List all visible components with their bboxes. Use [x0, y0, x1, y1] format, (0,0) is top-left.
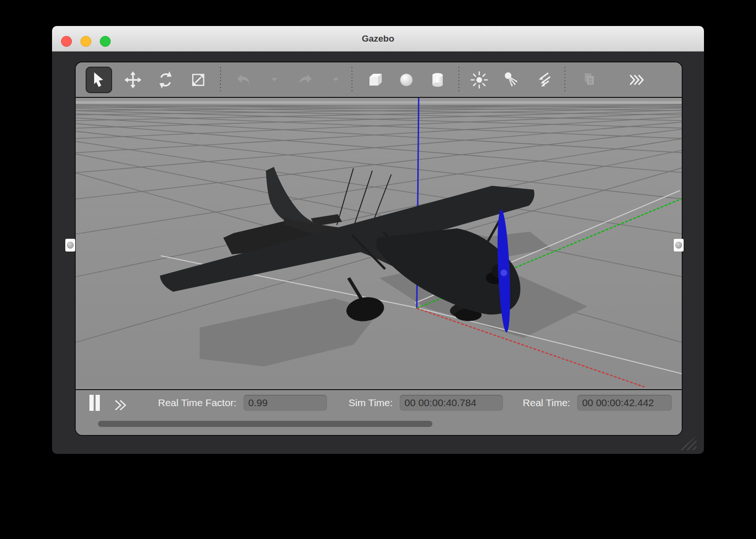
statusbar: Real Time Factor: 0.99 Sim Time: 00 00:0… — [76, 390, 682, 416]
rotate-tool-button[interactable] — [152, 67, 179, 93]
point-light-button[interactable] — [466, 67, 492, 93]
spotlight-icon — [501, 70, 521, 90]
toolbar — [76, 62, 682, 97]
directional-light-button[interactable] — [530, 67, 557, 93]
undo-arrow-icon — [234, 70, 253, 89]
toolbar-separator — [458, 67, 459, 93]
spot-light-button[interactable] — [498, 67, 525, 93]
dropdown-triangle-icon — [333, 78, 339, 82]
copy-button[interactable] — [576, 67, 602, 93]
undo-button[interactable] — [230, 67, 257, 93]
rotate-arrows-icon — [156, 70, 175, 89]
redo-button[interactable] — [292, 67, 318, 93]
sun-icon — [469, 70, 489, 90]
parallel-arrows-icon — [534, 70, 554, 90]
cylinder-icon — [428, 70, 448, 90]
toolbar-separator — [352, 67, 352, 93]
render-viewport[interactable] — [76, 97, 682, 390]
insert-cylinder-button[interactable] — [424, 67, 451, 93]
real-time-field[interactable]: 00 00:00:42.442 — [577, 395, 672, 411]
sim-time-label: Sim Time: — [349, 397, 393, 409]
sphere-icon — [396, 70, 416, 90]
main-panel: Real Time Factor: 0.99 Sim Time: 00 00:0… — [75, 61, 683, 436]
copy-pages-icon — [579, 70, 599, 90]
handle-dot-icon — [675, 242, 682, 249]
move-arrows-icon — [123, 70, 142, 89]
scene-canvas — [76, 98, 682, 387]
double-chevron-icon — [113, 398, 132, 412]
right-panel-handle[interactable] — [674, 239, 684, 252]
undo-history-button[interactable] — [269, 67, 280, 93]
scale-tool-button[interactable] — [185, 67, 211, 93]
resize-grip[interactable] — [679, 436, 696, 450]
toolbar-separator — [564, 67, 565, 93]
pause-button[interactable] — [85, 392, 104, 413]
left-panel-handle[interactable] — [65, 239, 75, 252]
real-time-factor-field[interactable]: 0.99 — [244, 395, 327, 411]
window-title: Gazebo — [52, 26, 704, 51]
insert-sphere-button[interactable] — [393, 67, 420, 93]
select-tool-button[interactable] — [86, 67, 112, 93]
scale-arrows-icon — [189, 70, 208, 89]
dropdown-triangle-icon — [271, 78, 278, 82]
redo-arrow-icon — [296, 70, 315, 89]
redo-history-button[interactable] — [331, 67, 341, 93]
translate-tool-button[interactable] — [120, 67, 146, 93]
titlebar[interactable]: Gazebo — [52, 26, 704, 52]
statusbar-expand-button[interactable] — [113, 398, 132, 414]
toolbar-separator — [220, 67, 221, 93]
pause-icon — [88, 394, 101, 412]
real-time-label: Real Time: — [523, 397, 570, 409]
gazebo-window: Gazebo — [52, 26, 704, 454]
scrollstrip — [76, 416, 682, 435]
handle-dot-icon — [67, 242, 74, 249]
toolbar-overflow-button[interactable] — [623, 67, 650, 93]
cursor-icon — [89, 70, 108, 89]
horizon-band — [76, 101, 682, 104]
cube-icon — [365, 70, 385, 90]
triple-chevron-icon — [628, 73, 644, 87]
real-time-factor-label: Real Time Factor: — [158, 397, 237, 409]
sim-time-field[interactable]: 00 00:00:40.784 — [400, 395, 503, 411]
insert-box-button[interactable] — [362, 67, 388, 93]
horizontal-scrollbar[interactable] — [98, 421, 432, 427]
